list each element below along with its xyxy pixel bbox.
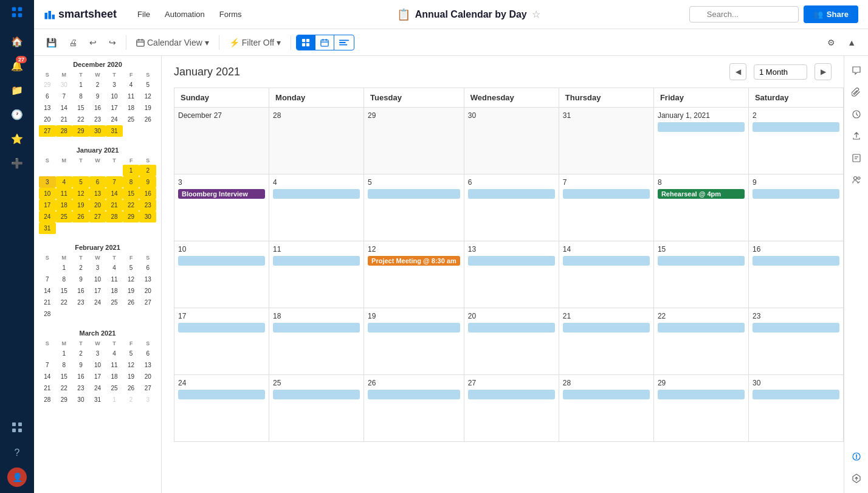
mini-cal-day[interactable]: 26 [139,114,156,125]
cal-cell-jan10[interactable]: 10 [174,241,269,308]
mini-cal-day[interactable]: 21 [56,114,73,125]
mini-cal-day[interactable]: 14 [106,188,123,199]
cal-cell-jan21[interactable]: 21 [559,308,654,375]
favorite-star-icon[interactable]: ☆ [532,9,540,20]
save-button[interactable]: 💾 [41,35,61,50]
nav-file[interactable]: File [131,6,156,22]
mini-cal-day[interactable]: 28 [106,211,123,222]
mini-cal-day[interactable]: 2 [89,79,106,91]
mini-cal-day[interactable]: 17 [39,199,56,211]
cal-event[interactable] [368,323,460,333]
mini-cal-day[interactable]: 12 [139,91,156,102]
cal-prev-button[interactable]: ◀ [729,63,746,80]
mini-cal-day[interactable]: 8 [56,274,73,285]
mini-cal-day[interactable]: 26 [123,297,140,308]
mini-cal-day[interactable]: 31 [39,222,56,234]
mini-cal-day[interactable]: 12 [72,188,89,199]
mini-cal-day[interactable]: 18 [56,199,73,211]
comments-icon[interactable] [847,61,866,80]
mini-cal-day[interactable]: 20 [39,114,56,125]
cal-cell-jan3[interactable]: 3 Bloomberg Interview [174,174,269,241]
mini-cal-day[interactable]: 19 [139,102,156,114]
cal-cell-dec30[interactable]: 30 [464,108,559,174]
cal-event[interactable] [563,256,650,266]
mini-cal-day[interactable]: 29 [39,79,56,91]
calendar-view-button[interactable]: Calendar View ▾ [131,35,214,50]
mini-cal-day[interactable]: 11 [56,188,73,199]
resource-icon[interactable] [847,170,866,190]
cal-event-bloomberg[interactable]: Bloomberg Interview [178,189,265,199]
mini-cal-day[interactable]: 27 [89,211,106,222]
mini-cal-day[interactable]: 11 [106,359,123,371]
sidebar-item-new[interactable]: ➕ [5,152,29,174]
cal-event[interactable] [658,122,745,132]
mini-cal-day[interactable]: 10 [39,188,56,199]
mini-cal-day[interactable]: 3 [39,176,56,188]
mini-cal-day[interactable]: 30 [139,211,156,222]
mini-cal-day[interactable]: 9 [89,91,106,102]
mini-cal-day[interactable]: 21 [106,199,123,211]
cal-cell-jan15[interactable]: 15 [654,241,749,308]
mini-cal-day[interactable]: 11 [106,274,123,285]
cal-cell-jan7[interactable]: 7 [559,174,654,241]
cal-cell-dec31[interactable]: 31 [559,108,654,174]
cal-event[interactable] [468,390,555,399]
mini-cal-day[interactable]: 6 [39,91,56,102]
mini-cal-day[interactable]: 7 [39,274,56,285]
cal-event[interactable] [273,189,360,199]
cal-cell-jan20[interactable]: 20 [464,308,559,375]
mini-cal-day[interactable]: 30 [72,394,89,405]
cal-cell-jan13[interactable]: 13 [464,241,559,308]
mini-cal-day[interactable]: 15 [123,188,140,199]
mini-cal-day[interactable]: 2 [72,348,89,359]
mini-cal-day[interactable]: 2 [123,394,140,405]
mini-cal-day[interactable]: 2 [72,262,89,274]
sidebar-item-home[interactable]: 🏠 [5,30,29,52]
cal-cell-jan5[interactable]: 5 [364,174,464,241]
nav-forms[interactable]: Forms [213,6,248,22]
print-button[interactable]: 🖨 [64,35,82,50]
cal-cell-jan26[interactable]: 26 [364,375,464,442]
mini-cal-day[interactable]: 13 [89,188,106,199]
mini-cal-day[interactable]: 29 [56,394,73,405]
mini-cal-day[interactable]: 6 [139,262,156,274]
mini-cal-day[interactable]: 22 [72,114,89,125]
mini-cal-day[interactable]: 15 [72,102,89,114]
mini-cal-day[interactable]: 1 [56,262,73,274]
cal-event[interactable] [563,390,650,399]
cal-event[interactable] [753,390,839,399]
mini-cal-day[interactable]: 22 [56,297,73,308]
mini-cal-day[interactable]: 1 [56,348,73,359]
calendar-icon-button[interactable] [315,35,334,50]
cal-cell-dec29[interactable]: 29 [364,108,464,174]
mini-cal-day[interactable]: 5 [123,348,140,359]
mini-cal-day[interactable]: 7 [106,176,123,188]
cal-event[interactable] [658,323,745,333]
cal-event[interactable] [753,122,839,132]
mini-cal-day[interactable]: 13 [139,359,156,371]
cal-event[interactable] [658,256,745,266]
cal-cell-dec27[interactable]: December 27 [174,108,269,174]
cal-cell-jan27[interactable]: 27 [464,375,559,442]
mini-cal-day[interactable]: 6 [139,348,156,359]
mini-cal-day[interactable]: 24 [106,114,123,125]
filter-button[interactable]: ⚡ Filter Off ▾ [224,35,286,50]
undo-button[interactable]: ↩ [84,35,102,50]
mini-cal-day[interactable]: 9 [139,176,156,188]
mini-cal-day[interactable]: 8 [56,359,73,371]
insights-icon[interactable] [847,447,866,466]
mini-cal-day[interactable]: 20 [139,285,156,297]
mini-cal-day[interactable]: 16 [72,285,89,297]
mini-cal-day[interactable]: 5 [123,262,140,274]
mini-cal-day[interactable]: 2 [139,165,156,176]
cal-event[interactable] [178,256,265,266]
cal-cell-jan12[interactable]: 12 Project Meeting @ 8:30 am [364,241,464,308]
mini-cal-day[interactable]: 25 [56,211,73,222]
mini-cal-day[interactable]: 16 [139,188,156,199]
cal-cell-jan8[interactable]: 8 Rehearseal @ 4pm [654,174,749,241]
mini-cal-day[interactable]: 12 [123,359,140,371]
cal-cell-jan9[interactable]: 9 [749,174,844,241]
cal-event[interactable] [468,256,555,266]
mini-cal-day[interactable]: 25 [123,114,140,125]
mini-cal-day[interactable]: 31 [106,125,123,137]
